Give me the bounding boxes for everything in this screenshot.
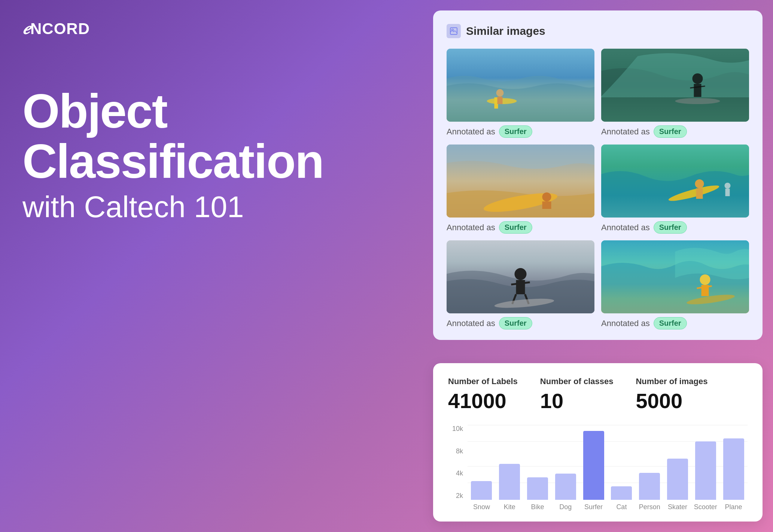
annotation-label-5: Annotated as (447, 319, 495, 328)
svg-rect-6 (497, 97, 503, 104)
bar-group-cat (608, 425, 636, 500)
stat-classes-label: Number of classes (540, 377, 614, 386)
bar-chart: 10k 8k 4k 2k SnowKiteBikeDogSurferCatPer… (448, 425, 748, 511)
y-axis: 10k 8k 4k 2k (448, 425, 466, 500)
x-label-person: Person (636, 503, 664, 511)
bar-group-surfer (579, 425, 608, 500)
image-grid: Annotated as Surfer (447, 49, 749, 329)
svg-rect-9 (694, 84, 702, 97)
logo-e: 𝑒 (22, 18, 30, 39)
similar-images-title: Similar images (466, 25, 545, 37)
svg-rect-19 (696, 188, 703, 199)
annotation-badge-2: Surfer (654, 125, 687, 138)
x-label-scooter: Scooter (691, 503, 719, 511)
bar-group-dog (551, 425, 579, 500)
bar-group-snow (468, 425, 496, 500)
bar-group-plane (719, 425, 748, 500)
annotation-row-5: Annotated as Surfer (447, 317, 594, 329)
hero-line2: Classification (22, 136, 284, 186)
annotation-label-3: Annotated as (447, 223, 495, 232)
annotation-badge-5: Surfer (499, 317, 532, 329)
x-label-cat: Cat (608, 503, 636, 511)
x-label-snow: Snow (468, 503, 496, 511)
surf-image-1 (447, 49, 594, 122)
surf-image-6 (601, 240, 749, 313)
svg-rect-15 (542, 201, 551, 209)
hero-line1: Object (22, 86, 284, 136)
similar-images-header: Similar images (447, 24, 749, 38)
bar-group-scooter (691, 425, 719, 500)
x-label-kite: Kite (496, 503, 524, 511)
annotation-badge-3: Surfer (499, 221, 532, 234)
x-label-bike: Bike (524, 503, 552, 511)
svg-point-20 (725, 183, 731, 189)
image-cell-2: Annotated as Surfer (601, 49, 749, 138)
svg-rect-21 (725, 189, 730, 196)
stat-images-label: Number of images (636, 377, 707, 386)
logo: 𝑒NCORD (22, 18, 90, 39)
similar-images-icon (447, 24, 461, 38)
similar-images-card: Similar images (433, 10, 763, 340)
annotation-label-4: Annotated as (601, 223, 650, 232)
x-label-skater: Skater (664, 503, 692, 511)
bar-bike (527, 477, 548, 500)
x-axis: SnowKiteBikeDogSurferCatPersonSkaterScoo… (468, 503, 748, 511)
y-label-8k: 8k (456, 447, 463, 455)
stat-labels-label: Number of Labels (448, 377, 518, 386)
bar-kite (499, 464, 520, 500)
annotation-row-1: Annotated as Surfer (447, 125, 594, 138)
annotation-badge-6: Surfer (654, 317, 687, 329)
annotation-label-1: Annotated as (447, 127, 495, 137)
bar-person (639, 473, 660, 500)
annotation-badge-4: Surfer (654, 221, 687, 234)
svg-point-11 (675, 98, 720, 104)
logo-text: NCORD (30, 20, 90, 37)
svg-point-30 (700, 274, 710, 285)
stat-labels-value: 41000 (448, 389, 518, 413)
stat-images-value: 5000 (636, 389, 707, 413)
image-cell-1: Annotated as Surfer (447, 49, 594, 138)
surf-image-5 (447, 240, 594, 313)
bar-dog (555, 474, 576, 500)
svg-point-14 (542, 192, 551, 201)
bar-cat (611, 486, 632, 500)
image-cell-4: Annotated as Surfer (601, 145, 749, 234)
stats-row: Number of Labels 41000 Number of classes… (448, 377, 748, 413)
image-cell-5: Annotated as Surfer (447, 240, 594, 329)
bar-surfer (583, 431, 604, 500)
surf-image-2 (601, 49, 749, 122)
y-label-10k: 10k (452, 425, 463, 433)
svg-point-8 (693, 73, 703, 84)
y-label-4k: 4k (456, 469, 463, 477)
annotation-badge-1: Surfer (499, 125, 532, 138)
bar-group-person (636, 425, 664, 500)
stats-card: Number of Labels 41000 Number of classes… (433, 363, 763, 522)
bar-group-bike (524, 425, 552, 500)
bar-snow (471, 481, 492, 500)
svg-point-23 (515, 268, 527, 280)
image-cell-3: Annotated as Surfer (447, 145, 594, 234)
hero-section: Object Classification with Caltech 101 (22, 86, 284, 224)
annotation-row-3: Annotated as Surfer (447, 221, 594, 234)
hero-line3: with Caltech 101 (22, 191, 284, 224)
stat-classes: Number of classes 10 (540, 377, 614, 413)
x-label-plane: Plane (719, 503, 748, 511)
annotation-row-6: Annotated as Surfer (601, 317, 749, 329)
x-label-surfer: Surfer (579, 503, 608, 511)
annotation-label-6: Annotated as (601, 319, 650, 328)
annotation-row-4: Annotated as Surfer (601, 221, 749, 234)
bar-plane (723, 438, 744, 500)
surf-image-4 (601, 145, 749, 218)
surf-image-3 (447, 145, 594, 218)
x-label-dog: Dog (551, 503, 579, 511)
svg-point-18 (695, 179, 704, 188)
y-label-2k: 2k (456, 492, 463, 500)
stat-labels: Number of Labels 41000 (448, 377, 518, 413)
bars-area (468, 425, 748, 500)
bar-skater (667, 459, 688, 500)
bar-group-kite (496, 425, 524, 500)
bar-scooter (695, 441, 716, 500)
stat-images: Number of images 5000 (636, 377, 707, 413)
image-cell-6: Annotated as Surfer (601, 240, 749, 329)
stat-classes-value: 10 (540, 389, 614, 413)
